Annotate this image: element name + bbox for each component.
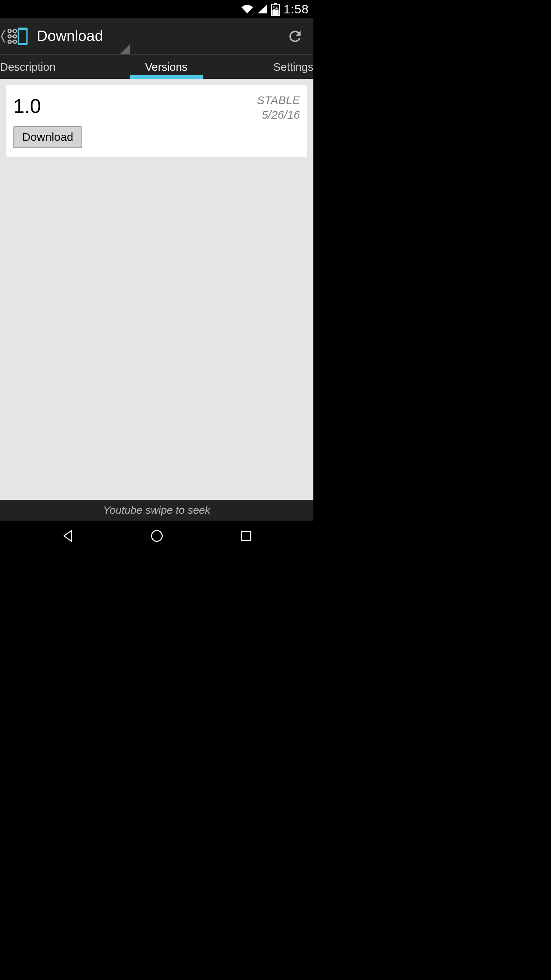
stability-label: STABLE bbox=[257, 93, 300, 108]
action-bar: Download bbox=[0, 18, 313, 55]
wifi-icon bbox=[241, 4, 254, 14]
content-area: 1.0 STABLE 5/26/16 Download bbox=[0, 79, 313, 500]
svg-rect-12 bbox=[241, 531, 251, 541]
svg-point-8 bbox=[13, 29, 16, 33]
tab-label: Settings bbox=[273, 61, 313, 74]
svg-rect-2 bbox=[272, 10, 279, 15]
battery-icon: 54 bbox=[271, 3, 280, 16]
version-card: 1.0 STABLE 5/26/16 Download bbox=[6, 85, 307, 157]
tab-versions[interactable]: Versions bbox=[73, 55, 260, 79]
refresh-button[interactable] bbox=[277, 18, 313, 55]
nav-home-button[interactable] bbox=[134, 521, 180, 551]
svg-point-7 bbox=[8, 29, 11, 33]
page-title: Download bbox=[37, 18, 103, 54]
chevron-left-icon bbox=[0, 29, 5, 44]
status-bar: 54 1:58 bbox=[0, 0, 313, 18]
download-button[interactable]: Download bbox=[13, 126, 82, 148]
back-button[interactable] bbox=[0, 18, 32, 54]
release-date: 5/26/16 bbox=[257, 108, 300, 122]
footer-hint: Youtube swipe to seek bbox=[0, 500, 313, 521]
version-number: 1.0 bbox=[13, 93, 41, 117]
nav-back-button[interactable] bbox=[45, 521, 91, 551]
refresh-icon bbox=[287, 28, 303, 45]
status-time: 1:58 bbox=[284, 2, 309, 16]
tab-label: Description bbox=[0, 61, 55, 74]
back-triangle-icon bbox=[59, 528, 76, 544]
tab-description[interactable]: Description bbox=[0, 55, 73, 79]
svg-point-9 bbox=[8, 40, 11, 43]
svg-point-10 bbox=[13, 40, 16, 43]
app-logo-icon bbox=[6, 26, 29, 46]
system-nav-bar bbox=[0, 521, 313, 551]
home-circle-icon bbox=[148, 528, 165, 544]
svg-rect-4 bbox=[19, 30, 26, 43]
svg-point-5 bbox=[8, 35, 11, 38]
tab-settings[interactable]: Settings bbox=[260, 55, 313, 79]
svg-point-11 bbox=[152, 531, 162, 541]
nav-recent-button[interactable] bbox=[223, 521, 269, 551]
tab-label: Versions bbox=[145, 61, 187, 74]
cell-signal-icon bbox=[257, 4, 267, 14]
title-dropdown[interactable]: Download bbox=[37, 18, 130, 54]
tab-bar: Description Versions Settings bbox=[0, 55, 313, 79]
svg-point-6 bbox=[13, 35, 16, 38]
dropdown-triangle-icon bbox=[120, 44, 130, 54]
footer-text: Youtube swipe to seek bbox=[103, 504, 210, 516]
battery-percent: 54 bbox=[271, 6, 280, 10]
recent-square-icon bbox=[238, 528, 254, 544]
